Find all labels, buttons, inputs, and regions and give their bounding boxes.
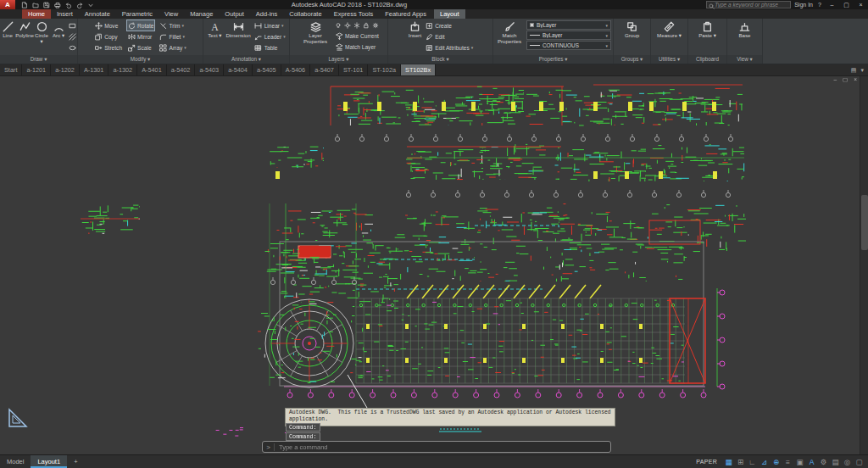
file-tab-a-5407[interactable]: a-5407 [310,64,339,75]
leader-button[interactable]: Leader▾ [254,31,286,42]
new-button[interactable] [20,1,29,9]
linear-button[interactable]: Linear▾ [254,20,286,31]
polar-tracking-icon[interactable]: ⊿ [759,458,770,466]
drawing-canvas[interactable] [0,76,868,454]
osnap-icon[interactable]: ⊕ [771,458,782,466]
group-button[interactable]: Group [624,20,640,55]
layer-settings-icon[interactable] [372,22,379,29]
properties-dropdown-2[interactable]: CONTINUOUS▾ [526,41,611,50]
help-button[interactable]: ? [816,2,823,8]
trim-button[interactable]: Trim▾ [159,20,186,31]
workspace-dropdown-button[interactable] [86,1,95,9]
file-tab-start[interactable]: Start [0,64,22,75]
ribbon-tab-featured-apps[interactable]: Featured Apps [379,9,432,19]
stretch-button[interactable]: Stretch [94,42,122,53]
layer-off-icon[interactable] [335,22,342,29]
isolate-objects-icon[interactable]: ◎ [842,458,853,466]
ribbon-tab-annotate[interactable]: Annotate [79,9,116,19]
vertical-scrollbar[interactable] [860,76,868,454]
file-tab-a-5404[interactable]: a-5404 [224,64,253,75]
ribbon-tab-express-tools[interactable]: Express Tools [328,9,380,19]
polyline-button[interactable]: Polyline [18,20,32,55]
search-input[interactable] [715,2,789,8]
layer-isolate-icon[interactable] [344,22,351,29]
file-tab-a-5403[interactable]: a-5403 [195,64,224,75]
drawing-restore-button[interactable]: ▢ [843,76,848,83]
maximize-button[interactable]: ▢ [841,2,852,8]
panel-label[interactable]: Draw ▾ [0,55,77,64]
mirror-button[interactable]: Mirror [127,31,153,42]
app-menu-button[interactable]: A [0,0,15,9]
new-layout-button[interactable]: + [67,455,84,468]
ribbon-tab-home[interactable]: Home [22,9,51,19]
scale-button[interactable]: Scale [127,42,153,53]
save-button[interactable] [42,1,51,9]
array-button[interactable]: Array▾ [159,42,186,53]
edit-attributes-button[interactable]: Edit Attributes▾ [425,42,473,53]
rotate-button[interactable]: Rotate [127,20,153,31]
command-input[interactable] [275,443,610,451]
ribbon-tab-insert[interactable]: Insert [51,9,79,19]
panel-label[interactable]: Groups ▾ [614,55,650,64]
ribbon-tab-parametric[interactable]: Parametric [116,9,159,19]
grid-icon[interactable]: ▦ [723,458,734,466]
layer-properties-button[interactable]: Layer Properties [298,20,332,55]
selection-cycling-icon[interactable]: ▣ [794,458,805,466]
annotation-monitor-icon[interactable]: ▤ [830,458,841,466]
file-tab-a-1202[interactable]: a-1202 [51,64,80,75]
open-button[interactable] [31,1,40,9]
ellipse-button[interactable] [69,42,77,53]
copy-button[interactable]: Copy [94,31,122,42]
match-properties-button[interactable]: Match Properties [495,20,524,55]
workspace-icon[interactable]: ⚙ [818,458,829,466]
layer-lock-icon[interactable] [363,22,370,29]
properties-dropdown-0[interactable]: ByLayer▾ [526,20,611,30]
ortho-icon[interactable]: ∟ [747,458,758,466]
tab-overflow-icon[interactable]: ▾ [860,67,864,74]
text-button[interactable]: AText ▾ [207,20,222,55]
drawing-minimize-button[interactable]: – [833,76,837,83]
file-tab-a-1302[interactable]: a-1302 [108,64,137,75]
file-tab-a-5405[interactable]: a-5405 [253,64,281,75]
match-layer-button[interactable]: Match Layer [335,42,379,52]
line-button[interactable]: Line [1,20,15,55]
drawing-close-button[interactable]: × [854,76,857,83]
panel-label[interactable]: Properties ▾ [493,55,613,64]
file-tab-a-5406[interactable]: A-5406 [281,64,311,75]
move-button[interactable]: Move [94,20,122,31]
minimize-button[interactable]: – [826,2,837,8]
base-button[interactable]: Base [737,20,752,55]
lineweight-icon[interactable]: ≡ [782,458,793,466]
ribbon-tab-manage[interactable]: Manage [184,9,219,19]
insert-button[interactable]: Insert [408,20,422,55]
panel-label[interactable]: Utilities ▾ [651,55,687,64]
paper-space-label[interactable]: PAPER [696,459,717,465]
ribbon-tab-collaborate[interactable]: Collaborate [283,9,327,19]
panel-label[interactable]: Clipboard [688,55,726,64]
panel-label[interactable]: Layers ▾ [290,55,387,64]
plot-button[interactable] [53,1,62,9]
annotation-scale-icon[interactable]: A [806,458,817,466]
circle-button[interactable]: Circle ▾ [35,20,49,55]
clean-screen-icon[interactable]: ▢ [854,458,865,466]
file-tab-st-102a[interactable]: ST-102a [368,64,401,75]
scrollbar-thumb[interactable] [861,195,868,250]
redo-button[interactable] [75,1,84,9]
ribbon-tab-add-ins[interactable]: Add-ins [250,9,283,19]
properties-dropdown-1[interactable]: ByLayer▾ [526,31,611,40]
rect-button[interactable] [69,20,77,31]
ribbon-tab-view[interactable]: View [159,9,184,19]
arc-button[interactable]: Arc ▾ [52,20,66,55]
file-tab-st102bx[interactable]: ST102Bx [401,64,436,75]
snap-icon[interactable]: ⊞ [735,458,746,466]
help-search-box[interactable] [706,1,791,8]
table-button[interactable]: Table [254,42,286,53]
layer-freeze-icon[interactable] [353,22,360,29]
file-tab-a-5402[interactable]: a-5402 [167,64,196,75]
file-tab-a-1301[interactable]: A-1301 [80,64,109,75]
ribbon-tab-output[interactable]: Output [219,9,250,19]
file-tab-st-101[interactable]: ST-101 [339,64,369,75]
fillet-button[interactable]: Fillet▾ [159,31,186,42]
model-tab[interactable]: Model [0,455,31,468]
panel-label[interactable]: Annotation ▾ [203,55,289,64]
